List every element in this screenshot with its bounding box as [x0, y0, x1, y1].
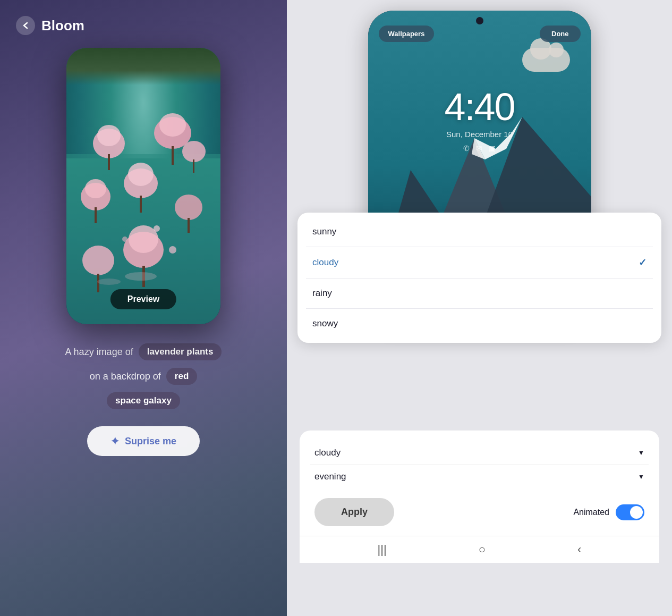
surprise-label: Suprise me	[125, 436, 176, 447]
svg-rect-11	[95, 207, 97, 223]
svg-point-2	[97, 125, 121, 146]
svg-point-24	[169, 246, 176, 254]
dropdown-label-cloudy: cloudy	[312, 257, 338, 268]
recent-apps-icon[interactable]: |||	[378, 543, 387, 556]
left-header: Bloom	[16, 16, 271, 35]
time-select-row[interactable]: evening ▼	[310, 465, 649, 488]
lock-screen-icons: ✆ ✉ ▣	[368, 144, 591, 153]
svg-point-10	[85, 179, 106, 198]
missed-call-icon: ✆	[463, 144, 470, 153]
nav-bar: ||| ○ ‹	[300, 536, 659, 563]
desc-line-3: space galaxy	[107, 392, 180, 409]
preview-background: Preview	[66, 48, 220, 324]
dropdown-item-snowy[interactable]: snowy	[297, 309, 661, 339]
calendar-icon: ▣	[489, 144, 496, 153]
svg-point-13	[128, 163, 154, 186]
dropdown-item-cloudy[interactable]: cloudy ✓	[297, 247, 661, 278]
svg-point-23	[122, 237, 127, 242]
desc-chip-galaxy[interactable]: space galaxy	[107, 392, 180, 409]
done-button[interactable]: Done	[540, 26, 581, 42]
dropdown-item-rainy[interactable]: rainy	[297, 279, 661, 308]
clock-date: Sun, December 10	[368, 130, 591, 139]
preview-label: Preview	[110, 289, 176, 309]
description-area: A hazy image of lavender plants on a bac…	[65, 343, 222, 409]
back-button[interactable]	[16, 16, 35, 35]
animated-label: Animated	[573, 508, 609, 517]
desc-chip-lavender[interactable]: lavender plants	[139, 343, 222, 360]
apply-button[interactable]: Apply	[314, 498, 394, 526]
time-select-label: evening	[314, 471, 346, 482]
svg-point-22	[154, 225, 160, 232]
weather-select-row[interactable]: cloudy ▼	[310, 441, 649, 465]
right-inner: Wallpapers Done	[287, 0, 672, 616]
left-panel: Bloom	[0, 0, 287, 616]
desc-line-2: on a backdrop of red	[90, 368, 198, 385]
svg-rect-16	[188, 218, 190, 233]
surprise-button[interactable]: ✦ Suprise me	[87, 426, 200, 456]
clock-time: 4:40	[368, 85, 591, 129]
back-nav-icon[interactable]: ‹	[577, 543, 581, 556]
svg-point-26	[97, 279, 121, 285]
weather-dropdown-arrow: ▼	[638, 449, 644, 457]
home-icon[interactable]: ○	[479, 543, 486, 556]
desc-line-1: A hazy image of lavender plants	[65, 343, 222, 360]
animated-toggle[interactable]	[616, 504, 644, 520]
desc-prefix-2: on a backdrop of	[90, 371, 161, 382]
app-title: Bloom	[41, 18, 84, 34]
svg-rect-3	[108, 154, 110, 170]
svg-point-7	[182, 141, 206, 162]
desc-prefix-1: A hazy image of	[65, 347, 133, 358]
controls-area: cloudy ▼ evening ▼ Apply Animated	[300, 431, 659, 536]
svg-point-20	[82, 246, 114, 275]
message-icon: ✉	[476, 144, 482, 153]
cloud-decoration	[522, 48, 570, 72]
animated-toggle-row: Animated	[573, 504, 644, 520]
dropdown-label-rainy: rainy	[312, 288, 332, 299]
svg-point-5	[159, 113, 186, 137]
svg-rect-6	[172, 146, 174, 165]
bottom-controls: sunny cloudy ✓ rainy snowy cl	[287, 319, 672, 616]
weather-select-label: cloudy	[314, 448, 341, 458]
time-dropdown-arrow: ▼	[638, 473, 644, 480]
svg-rect-14	[140, 196, 142, 213]
dropdown-label-sunny: sunny	[312, 226, 336, 237]
desc-chip-red[interactable]: red	[166, 368, 197, 385]
sparkle-icon: ✦	[110, 435, 120, 448]
bottom-actions: Apply Animated	[310, 488, 649, 530]
checkmark-icon: ✓	[639, 257, 647, 268]
trees-svg	[66, 48, 220, 324]
phone-top-bar: Wallpapers Done	[379, 26, 581, 42]
dropdown-item-sunny[interactable]: sunny	[297, 217, 661, 247]
wallpapers-button[interactable]: Wallpapers	[379, 26, 435, 42]
phone-preview-card: Preview	[66, 48, 220, 324]
svg-point-15	[175, 195, 202, 220]
weather-dropdown-popup[interactable]: sunny cloudy ✓ rainy snowy	[297, 213, 661, 343]
right-panel: Wallpapers Done	[287, 0, 672, 616]
dropdown-label-snowy: snowy	[312, 318, 338, 329]
toggle-knob	[630, 506, 643, 519]
phone-notch	[476, 17, 483, 24]
clock-area: 4:40 Sun, December 10 ✆ ✉ ▣	[368, 85, 591, 153]
svg-rect-8	[193, 159, 194, 173]
svg-point-25	[125, 272, 157, 281]
